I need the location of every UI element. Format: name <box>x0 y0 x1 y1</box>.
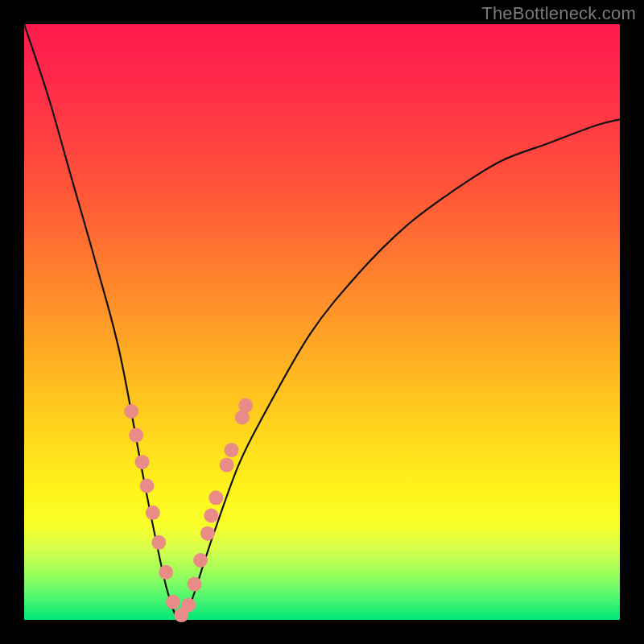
curve-svg <box>24 24 620 620</box>
highlight-dot <box>129 428 143 443</box>
highlight-dot <box>208 490 223 505</box>
chart-plot-area <box>24 24 620 620</box>
highlight-dot <box>181 598 196 613</box>
highlight-dot <box>200 526 215 541</box>
highlight-dot <box>124 404 138 419</box>
highlight-dot <box>225 443 239 457</box>
highlight-dots <box>124 398 253 622</box>
watermark-text: TheBottleneck.com <box>481 3 636 24</box>
highlight-dot <box>146 506 160 520</box>
highlight-dot <box>135 455 150 469</box>
highlight-dot <box>204 509 218 523</box>
highlight-dot <box>238 398 253 413</box>
highlight-dot <box>139 479 154 493</box>
highlight-dot <box>188 577 202 592</box>
bottleneck-curve <box>24 24 620 620</box>
highlight-dot <box>151 535 166 550</box>
highlight-dot <box>220 458 234 473</box>
highlight-dot <box>166 595 180 609</box>
highlight-dot <box>159 565 173 580</box>
highlight-dot <box>193 553 208 568</box>
